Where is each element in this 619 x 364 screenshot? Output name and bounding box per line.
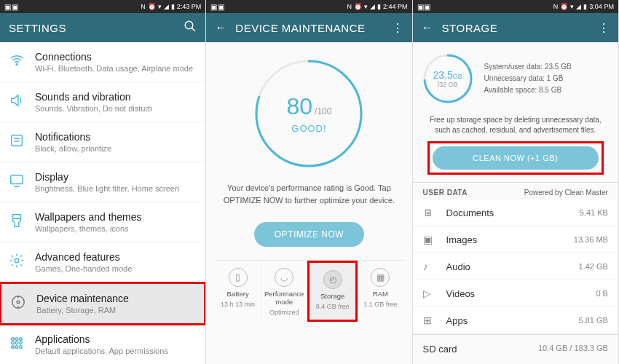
- storage-body: 23.5GB /32 GB System/user data: 23.5 GB …: [413, 42, 618, 364]
- score-value: 80: [286, 93, 312, 119]
- signal-icon: ◢: [576, 3, 581, 10]
- battery-icon: ▮: [377, 3, 381, 10]
- item-title: Advanced features: [35, 251, 195, 263]
- brush-icon: [9, 213, 25, 229]
- settings-item-notifications[interactable]: NotificationsBlock, allow, prioritize: [0, 122, 205, 162]
- device-maintenance-panel: ▣ ▣ N ⏰ ▾ ◢ ▮ 2:44 PM ← DEVICE MAINTENAN…: [206, 0, 412, 364]
- row-apps[interactable]: ⊞Apps5.81 GB: [413, 307, 618, 334]
- maintenance-icon: [10, 294, 26, 310]
- battery-icon: ▮: [583, 3, 587, 10]
- signal-icon: ◢: [370, 3, 375, 10]
- user-data-list: 🗎Documents5.41 KB ▣Images13.36 MB ♪Audio…: [413, 199, 618, 334]
- used-value: 23.5: [433, 69, 452, 81]
- nfc-icon: N: [141, 3, 146, 10]
- wifi-icon: ▾: [570, 3, 574, 10]
- audio-icon: ♪: [423, 261, 436, 272]
- alarm-icon: ⏰: [354, 3, 362, 10]
- back-icon[interactable]: ←: [215, 21, 226, 34]
- dm-header: ← DEVICE MAINTENANCE ⋮: [206, 13, 411, 42]
- clean-now-button[interactable]: CLEAN NOW (+1 GB): [433, 146, 599, 170]
- apps-icon: [9, 335, 25, 351]
- nfc-icon: N: [553, 3, 559, 10]
- item-title: Notifications: [35, 131, 195, 143]
- document-icon: 🗎: [423, 207, 436, 218]
- storage-summary: 23.5GB /32 GB System/user data: 23.5 GB …: [413, 42, 618, 112]
- tile-ram[interactable]: ▦ RAM 1.1 GB free: [358, 261, 403, 322]
- total-value: /32 GB: [438, 81, 458, 88]
- status-bar: ▣ ▣ N ⏰ ▾ ◢ ▮ 3:04 PM: [413, 0, 618, 13]
- row-documents[interactable]: 🗎Documents5.41 KB: [413, 199, 618, 226]
- settings-header: SETTINGS: [0, 13, 205, 42]
- tile-storage[interactable]: ◴ Storage 8.4 GB free: [307, 261, 358, 322]
- item-sub: Default applications, App permissions: [35, 347, 195, 355]
- svg-line-1: [192, 28, 196, 31]
- svg-point-19: [12, 346, 15, 349]
- item-title: Wallpapers and themes: [35, 211, 195, 223]
- svg-point-10: [17, 301, 20, 304]
- svg-point-14: [15, 338, 18, 341]
- storage-title: STORAGE: [442, 22, 589, 34]
- tile-battery[interactable]: ▯ Battery 13 h 13 min: [215, 261, 261, 322]
- gear-icon: [9, 253, 25, 269]
- svg-point-2: [16, 64, 17, 66]
- row-videos[interactable]: ▷Videos0 B: [413, 280, 618, 307]
- svg-point-21: [20, 346, 23, 349]
- settings-item-display[interactable]: DisplayBrightness, Blue light filter, Ho…: [0, 162, 205, 202]
- settings-item-advanced[interactable]: Advanced featuresGames, One-handed mode: [0, 242, 205, 282]
- dm-title: DEVICE MAINTENANCE: [235, 22, 382, 34]
- status-time: 3:04 PM: [589, 3, 614, 10]
- more-icon[interactable]: ⋮: [392, 21, 403, 35]
- display-icon: [9, 173, 25, 189]
- clean-highlight: CLEAN NOW (+1 GB): [427, 141, 604, 175]
- tile-performance[interactable]: ◡ Performance mode Optimized: [261, 261, 308, 322]
- settings-item-device-maintenance[interactable]: Device maintenanceBattery, Storage, RAM: [0, 282, 205, 325]
- alarm-icon: ⏰: [560, 3, 568, 10]
- back-icon[interactable]: ←: [422, 21, 433, 34]
- settings-item-sounds[interactable]: Sounds and vibrationSounds, Vibration, D…: [0, 82, 205, 122]
- optimize-button[interactable]: OPTIMIZE NOW: [254, 222, 364, 247]
- storage-header: ← STORAGE ⋮: [413, 13, 618, 42]
- status-bar: ▣ ▣ N ⏰ ▾ ◢ ▮ 2:44 PM: [206, 0, 411, 13]
- gauge-icon: ◡: [275, 268, 293, 287]
- sd-value: 10.4 GB / 183.3 GB: [538, 344, 608, 355]
- svg-point-16: [12, 341, 15, 344]
- more-icon[interactable]: ⋮: [598, 21, 610, 35]
- storage-icon: ◴: [323, 270, 342, 289]
- storage-stats: System/user data: 23.5 GB Unnecessary da…: [484, 61, 572, 96]
- svg-point-17: [15, 341, 18, 344]
- item-title: Display: [35, 171, 195, 183]
- wifi-icon: ▾: [364, 3, 368, 10]
- row-audio[interactable]: ♪Audio1.42 GB: [413, 253, 618, 280]
- settings-item-connections[interactable]: ConnectionsWi-Fi, Bluetooth, Data usage,…: [0, 42, 205, 82]
- svg-point-8: [15, 258, 19, 263]
- ram-icon: ▦: [371, 268, 390, 287]
- settings-list: ConnectionsWi-Fi, Bluetooth, Data usage,…: [0, 42, 205, 364]
- battery-icon: ▯: [229, 268, 248, 287]
- search-icon[interactable]: [184, 20, 197, 36]
- alarm-icon: ⏰: [148, 3, 156, 10]
- status-left-icons: ▣ ▣: [4, 3, 17, 11]
- row-images[interactable]: ▣Images13.36 MB: [413, 226, 618, 253]
- svg-point-15: [20, 338, 23, 341]
- sd-label: SD card: [423, 344, 457, 355]
- sd-card-row[interactable]: SD card 10.4 GB / 183.3 GB: [413, 334, 618, 363]
- wifi-icon: ▾: [158, 3, 162, 10]
- settings-item-applications[interactable]: ApplicationsDefault applications, App pe…: [0, 325, 205, 364]
- item-sub: Games, One-handed mode: [35, 264, 195, 273]
- speaker-icon: [9, 92, 25, 108]
- settings-item-wallpapers[interactable]: Wallpapers and themesWallpapers, themes,…: [0, 202, 205, 242]
- svg-point-20: [15, 346, 18, 349]
- item-sub: Sounds, Vibration, Do not disturb: [35, 104, 195, 113]
- item-sub: Battery, Storage, RAM: [36, 306, 194, 314]
- item-sub: Wallpapers, themes, icons: [35, 224, 195, 233]
- item-title: Device maintenance: [36, 293, 194, 304]
- signal-icon: ◢: [164, 3, 169, 10]
- user-data-section-header: USER DATA Powered by Clean Master: [413, 182, 618, 199]
- notifications-icon: [9, 132, 25, 149]
- svg-point-0: [186, 21, 194, 29]
- battery-icon: ▮: [171, 3, 175, 10]
- status-left-icons: ▣ ▣: [210, 3, 224, 11]
- settings-panel: ▣ ▣ N ⏰ ▾ ◢ ▮ 2:43 PM SETTINGS Connectio…: [0, 0, 206, 364]
- dm-body: 80/100 GOOD! Your device's performance r…: [206, 42, 411, 364]
- svg-rect-3: [12, 135, 23, 146]
